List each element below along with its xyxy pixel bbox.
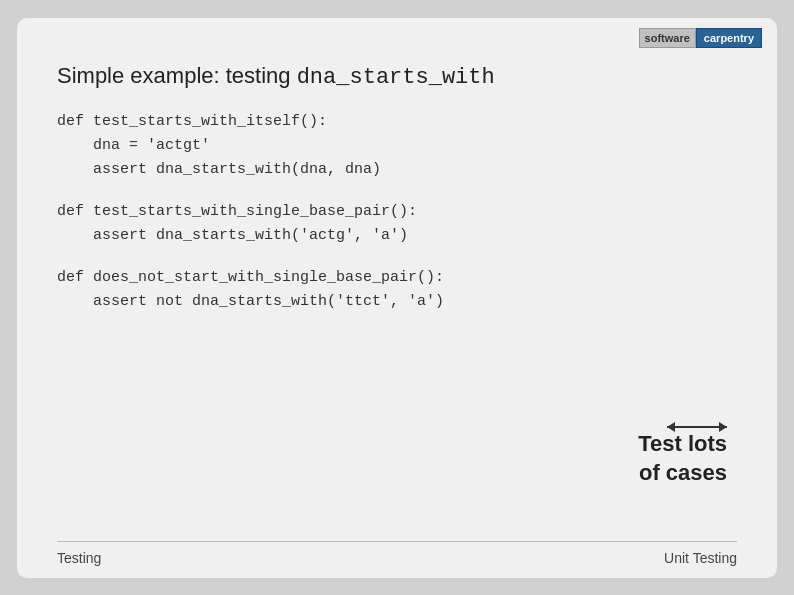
footer: Testing Unit Testing [57, 541, 737, 566]
code-section-1: def test_starts_with_itself(): dna = 'ac… [57, 110, 737, 182]
logo-area: software carpentry [639, 28, 762, 48]
code-block: def test_starts_with_itself(): dna = 'ac… [57, 110, 737, 528]
annotation-arrow [667, 426, 727, 428]
annotation-text: Test lots of cases [638, 430, 727, 487]
code-section-2: def test_starts_with_single_base_pair():… [57, 200, 737, 248]
code-line: def test_starts_with_single_base_pair(): [57, 200, 737, 224]
code-section-3: def does_not_start_with_single_base_pair… [57, 266, 737, 314]
slide-title: Simple example: testing dna_starts_with [57, 63, 737, 90]
code-line: def does_not_start_with_single_base_pair… [57, 266, 737, 290]
title-code: dna_starts_with [297, 65, 495, 90]
code-line: assert dna_starts_with('actg', 'a') [57, 224, 737, 248]
code-line: assert not dna_starts_with('ttct', 'a') [57, 290, 737, 314]
title-text-prefix: Simple example: testing [57, 63, 297, 88]
arrow-line [667, 426, 727, 428]
footer-left: Testing [57, 550, 101, 566]
footer-right: Unit Testing [664, 550, 737, 566]
logo-software: software [639, 28, 696, 48]
code-line: assert dna_starts_with(dna, dna) [57, 158, 737, 182]
logo-carpentry: carpentry [696, 28, 762, 48]
annotation-area: Test lots of cases [638, 426, 727, 487]
slide: software carpentry Simple example: testi… [17, 18, 777, 578]
code-line: def test_starts_with_itself(): [57, 110, 737, 134]
code-line: dna = 'actgt' [57, 134, 737, 158]
